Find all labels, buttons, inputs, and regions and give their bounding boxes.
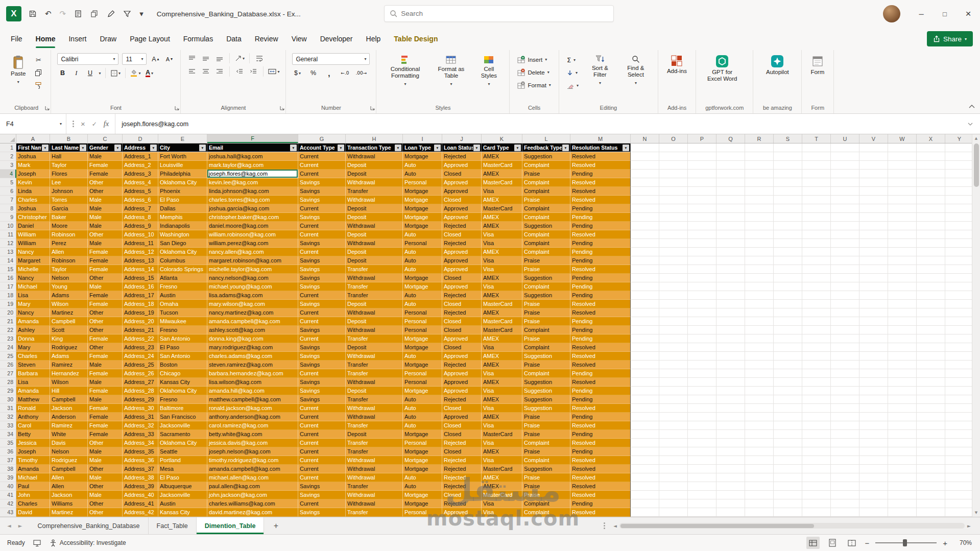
cell-V4[interactable] bbox=[859, 170, 888, 178]
cell-X12[interactable] bbox=[917, 239, 945, 248]
row-header-21[interactable]: 21 bbox=[0, 317, 16, 326]
cell-K15[interactable]: Visa bbox=[482, 265, 522, 274]
cell-A34[interactable]: Betty bbox=[16, 430, 50, 439]
number-format-select[interactable]: General▾ bbox=[292, 53, 370, 65]
cell-F28[interactable]: lisa.wilson@kag.com bbox=[207, 378, 298, 387]
cell-F13[interactable]: nancy.allen@kag.com bbox=[207, 248, 298, 256]
cell-H31[interactable]: Withdrawal bbox=[346, 404, 403, 413]
cell-D18[interactable]: Address_17 bbox=[123, 291, 158, 300]
cell-P6[interactable] bbox=[688, 187, 716, 196]
cell-T39[interactable] bbox=[802, 473, 831, 482]
cell-J29[interactable]: Approved bbox=[442, 387, 482, 395]
cell-C36[interactable]: Male bbox=[88, 447, 123, 456]
horizontal-scrollbar[interactable]: ◄ ► bbox=[613, 522, 971, 530]
cell-D1[interactable]: Address▾ bbox=[123, 143, 158, 152]
column-header-H[interactable]: H bbox=[346, 134, 403, 143]
cell-P28[interactable] bbox=[688, 378, 716, 387]
cell-C40[interactable]: Other bbox=[88, 482, 123, 491]
cell-D5[interactable]: Address_4 bbox=[123, 178, 158, 187]
cell-Y13[interactable] bbox=[945, 248, 974, 256]
cell-A39[interactable]: Michael bbox=[16, 473, 50, 482]
cell-K24[interactable]: Visa bbox=[482, 343, 522, 352]
cell-C34[interactable]: Female bbox=[88, 430, 123, 439]
cell-E20[interactable]: Tucson bbox=[158, 308, 207, 317]
column-header-S[interactable]: S bbox=[774, 134, 802, 143]
format-cells-button[interactable]: Format▾ bbox=[516, 80, 552, 90]
row-header-14[interactable]: 14 bbox=[0, 256, 16, 265]
cell-G22[interactable]: Savings bbox=[298, 326, 346, 334]
column-header-O[interactable]: O bbox=[659, 134, 688, 143]
cell-E32[interactable]: San Francisco bbox=[158, 413, 207, 421]
cell-W40[interactable] bbox=[888, 482, 917, 491]
cell-J24[interactable]: Closed bbox=[442, 343, 482, 352]
cell-Y10[interactable] bbox=[945, 222, 974, 230]
cell-G42[interactable]: Current bbox=[298, 499, 346, 508]
cell-E16[interactable]: Atlanta bbox=[158, 274, 207, 282]
cell-B28[interactable]: Wilson bbox=[50, 378, 88, 387]
cell-C12[interactable]: Male bbox=[88, 239, 123, 248]
cell-B1[interactable]: Last Name▾ bbox=[50, 143, 88, 152]
cell-P25[interactable] bbox=[688, 352, 716, 361]
cell-L32[interactable]: Praise bbox=[522, 413, 570, 421]
cell-U10[interactable] bbox=[831, 222, 859, 230]
cell-C22[interactable]: Other bbox=[88, 326, 123, 334]
cell-E34[interactable]: Sacramento bbox=[158, 430, 207, 439]
cell-I36[interactable]: Mortgage bbox=[403, 447, 442, 456]
cell-L3[interactable]: Complaint bbox=[522, 161, 570, 170]
cell-S13[interactable] bbox=[774, 248, 802, 256]
cell-Q28[interactable] bbox=[716, 378, 745, 387]
cell-X29[interactable] bbox=[917, 387, 945, 395]
undo-icon[interactable]: ↶ bbox=[45, 10, 52, 18]
qat-customize-chevron-icon[interactable]: ▾ bbox=[139, 10, 144, 18]
cell-V33[interactable] bbox=[859, 421, 888, 430]
cell-B6[interactable]: Johnson bbox=[50, 187, 88, 196]
cell-A40[interactable]: Paul bbox=[16, 482, 50, 491]
cell-W9[interactable] bbox=[888, 213, 917, 222]
cell-D36[interactable]: Address_35 bbox=[123, 447, 158, 456]
cell-C21[interactable]: Other bbox=[88, 317, 123, 326]
cell-P1[interactable] bbox=[688, 143, 716, 152]
cell-H42[interactable]: Withdrawal bbox=[346, 499, 403, 508]
cell-M23[interactable]: Pending bbox=[570, 334, 631, 343]
cell-M37[interactable]: Resolved bbox=[570, 456, 631, 465]
scroll-left-icon[interactable]: ◄ bbox=[613, 523, 617, 529]
cell-W24[interactable] bbox=[888, 343, 917, 352]
form-button[interactable]: Form bbox=[808, 53, 827, 78]
filter-button-H[interactable]: ▾ bbox=[395, 145, 401, 151]
cell-E15[interactable]: Colorado Springs bbox=[158, 265, 207, 274]
cell-G38[interactable]: Current bbox=[298, 465, 346, 473]
cell-A12[interactable]: William bbox=[16, 239, 50, 248]
cell-L42[interactable]: Complaint bbox=[522, 499, 570, 508]
cell-P43[interactable] bbox=[688, 508, 716, 517]
tab-review[interactable]: Review bbox=[250, 28, 283, 50]
cell-F32[interactable]: anthony.anderson@kag.com bbox=[207, 413, 298, 421]
enter-entry-button[interactable]: ✓ bbox=[92, 121, 97, 128]
cell-R39[interactable] bbox=[745, 473, 774, 482]
cell-D15[interactable]: Address_14 bbox=[123, 265, 158, 274]
cell-U4[interactable] bbox=[831, 170, 859, 178]
cell-V41[interactable] bbox=[859, 491, 888, 499]
cell-O7[interactable] bbox=[659, 196, 688, 204]
cell-Y33[interactable] bbox=[945, 421, 974, 430]
cell-P36[interactable] bbox=[688, 447, 716, 456]
cell-E13[interactable]: Oklahoma City bbox=[158, 248, 207, 256]
cell-C17[interactable]: Male bbox=[88, 282, 123, 291]
cell-X33[interactable] bbox=[917, 421, 945, 430]
format-as-table-button[interactable]: Format as Table ▾ bbox=[432, 53, 470, 89]
cell-P5[interactable] bbox=[688, 178, 716, 187]
cell-K36[interactable]: AMEX bbox=[482, 447, 522, 456]
cell-S6[interactable] bbox=[774, 187, 802, 196]
cell-X5[interactable] bbox=[917, 178, 945, 187]
cell-Q21[interactable] bbox=[716, 317, 745, 326]
filter-button-C[interactable]: ▾ bbox=[114, 145, 121, 151]
cell-E33[interactable]: Jacksonville bbox=[158, 421, 207, 430]
column-header-P[interactable]: P bbox=[688, 134, 716, 143]
cell-S11[interactable] bbox=[774, 230, 802, 239]
column-header-V[interactable]: V bbox=[859, 134, 888, 143]
cell-V5[interactable] bbox=[859, 178, 888, 187]
cell-T4[interactable] bbox=[802, 170, 831, 178]
cell-N18[interactable] bbox=[631, 291, 659, 300]
cell-W8[interactable] bbox=[888, 204, 917, 213]
cell-W12[interactable] bbox=[888, 239, 917, 248]
cell-E2[interactable]: Fort Worth bbox=[158, 152, 207, 161]
